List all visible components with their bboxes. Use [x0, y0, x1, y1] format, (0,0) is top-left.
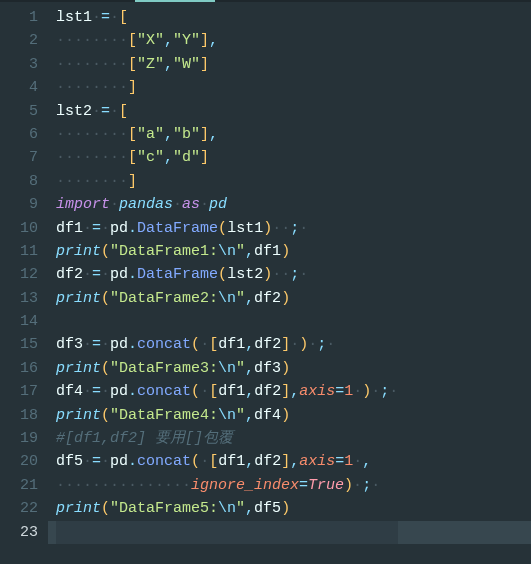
token-ws: · — [101, 336, 110, 353]
token-brk: [ — [209, 453, 218, 470]
token-ws: · — [353, 453, 362, 470]
code-line[interactable]: df3·=·pd.concat(·[df1,df2]·)·;· — [56, 333, 398, 356]
token-brk: ] — [200, 56, 209, 73]
code-line[interactable] — [56, 521, 398, 544]
token-brk: ( — [218, 266, 227, 283]
token-ws: · — [353, 477, 362, 494]
token-brk: [ — [209, 383, 218, 400]
token-pun: , — [290, 453, 299, 470]
indent-guides: ········ — [56, 173, 128, 190]
token-ws: · — [389, 383, 398, 400]
line-number: 13 — [6, 287, 38, 310]
code-line[interactable]: print("DataFrame5:\n",df5) — [56, 497, 398, 520]
token-brk: [ — [128, 126, 137, 143]
code-line[interactable]: lst1·=·[ — [56, 6, 398, 29]
token-id: lst2 — [56, 103, 92, 120]
code-line[interactable]: import·pandas·as·pd — [56, 193, 398, 216]
token-id: df1 — [56, 220, 83, 237]
code-line[interactable]: #[df1,df2] 要用[]包覆 — [56, 427, 398, 450]
token-brk: [ — [128, 149, 137, 166]
token-brk: ) — [263, 266, 272, 283]
token-ws: · — [173, 196, 182, 213]
token-brk: ] — [281, 453, 290, 470]
line-number: 16 — [6, 357, 38, 380]
token-brk: ( — [218, 220, 227, 237]
line-number-gutter: 1234567891011121314151617181920212223 — [0, 2, 48, 564]
token-ws: · — [299, 220, 308, 237]
token-pun: , — [245, 360, 254, 377]
code-line[interactable]: ········["a","b"], — [56, 123, 398, 146]
token-esc: \n — [218, 407, 236, 424]
token-brk: ] — [281, 383, 290, 400]
code-line[interactable]: print("DataFrame1:\n",df1) — [56, 240, 398, 263]
code-editor[interactable]: 1234567891011121314151617181920212223 ls… — [0, 2, 531, 564]
token-str: "c" — [137, 149, 164, 166]
token-id: df1 — [218, 453, 245, 470]
token-ws: · — [371, 383, 380, 400]
token-id: df2 — [254, 290, 281, 307]
token-pun: ; — [317, 336, 326, 353]
token-str: "d" — [173, 149, 200, 166]
token-pun: , — [362, 453, 371, 470]
line-number: 15 — [6, 333, 38, 356]
line-number: 18 — [6, 404, 38, 427]
token-op: = — [92, 453, 101, 470]
token-ws: · — [290, 336, 299, 353]
token-str: "DataFrame4: — [110, 407, 218, 424]
token-str: " — [236, 500, 245, 517]
code-line[interactable]: ········["X","Y"], — [56, 29, 398, 52]
token-brk: [ — [209, 336, 218, 353]
code-line[interactable]: df4·=·pd.concat(·[df1,df2],axis=1·)·;· — [56, 380, 398, 403]
token-ws: · — [101, 383, 110, 400]
code-line[interactable]: df2·=·pd.DataFrame(lst2)··;· — [56, 263, 398, 286]
token-brk: ] — [200, 126, 209, 143]
token-ws: · — [83, 453, 92, 470]
token-ws: · — [83, 383, 92, 400]
token-fnbi: print — [56, 500, 101, 517]
token-brk: ] — [128, 79, 137, 96]
indent-guides: ········ — [56, 32, 128, 49]
token-kw: import — [56, 196, 110, 213]
code-line[interactable]: ········["Z","W"] — [56, 53, 398, 76]
token-pun: , — [164, 56, 173, 73]
token-brk: ] — [281, 336, 290, 353]
token-num2: 1 — [344, 383, 353, 400]
code-line[interactable]: ········["c","d"] — [56, 146, 398, 169]
token-id: df4 — [56, 383, 83, 400]
code-line[interactable]: print("DataFrame4:\n",df4) — [56, 404, 398, 427]
token-pun: , — [245, 407, 254, 424]
token-brk: ) — [281, 500, 290, 517]
code-line[interactable] — [56, 310, 398, 333]
code-area[interactable]: lst1·=·[········["X","Y"],········["Z","… — [48, 2, 398, 564]
line-number: 21 — [6, 474, 38, 497]
code-line[interactable]: ········] — [56, 170, 398, 193]
token-ws: · — [308, 336, 317, 353]
code-line[interactable]: df1·=·pd.DataFrame(lst1)··;· — [56, 217, 398, 240]
token-fn: DataFrame — [137, 220, 218, 237]
token-id: df2 — [254, 383, 281, 400]
token-brk: [ — [128, 32, 137, 49]
code-line[interactable]: ········] — [56, 76, 398, 99]
token-brk: ) — [263, 220, 272, 237]
token-ws: · — [200, 383, 209, 400]
code-line[interactable]: print("DataFrame3:\n",df3) — [56, 357, 398, 380]
code-line[interactable]: ···············ignore_index=True)·;· — [56, 474, 398, 497]
line-number: 9 — [6, 193, 38, 216]
token-op: = — [92, 336, 101, 353]
token-str: "Z" — [137, 56, 164, 73]
token-pun: ; — [380, 383, 389, 400]
token-mod: pandas — [119, 196, 173, 213]
token-str: " — [236, 407, 245, 424]
code-line[interactable]: df5·=·pd.concat(·[df1,df2],axis=1·, — [56, 450, 398, 473]
token-bool: True — [308, 477, 344, 494]
token-ws: ·· — [272, 266, 290, 283]
line-number: 12 — [6, 263, 38, 286]
token-pun: , — [245, 500, 254, 517]
code-line[interactable]: print("DataFrame2:\n",df2) — [56, 287, 398, 310]
token-ws: · — [101, 220, 110, 237]
token-op: = — [92, 383, 101, 400]
line-number: 8 — [6, 170, 38, 193]
token-pun: , — [245, 243, 254, 260]
token-brk: ) — [281, 407, 290, 424]
code-line[interactable]: lst2·=·[ — [56, 100, 398, 123]
